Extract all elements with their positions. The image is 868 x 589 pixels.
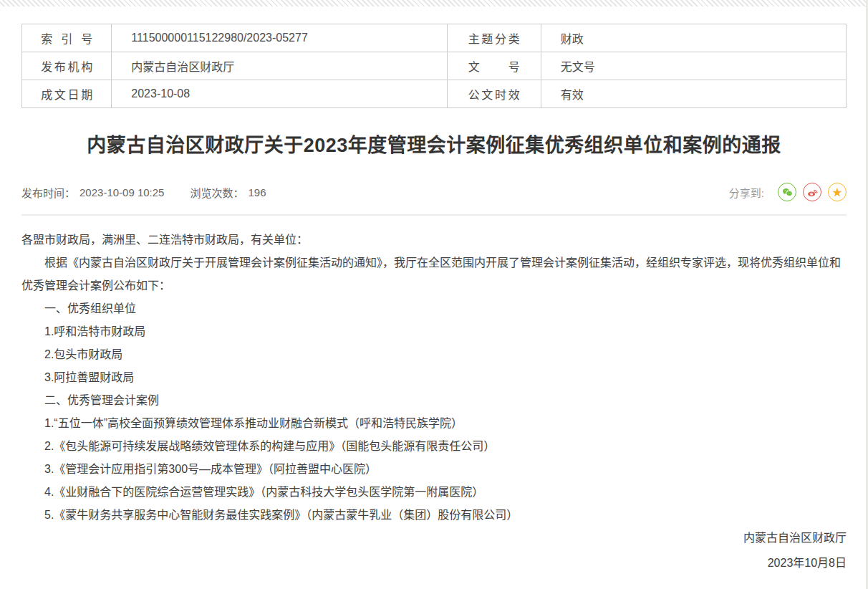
qzone-share-icon[interactable]: ★ [828, 183, 847, 201]
list-item: 1.呼和浩特市财政局 [21, 320, 847, 343]
page-title: 内蒙古自治区财政厅关于2023年度管理会计案例征集优秀组织单位和案例的通报 [21, 131, 847, 160]
table-row: 发布机构 内蒙古自治区财政厅 文号 无文号 [22, 52, 847, 80]
meta-label-text: 发布机构 [41, 57, 92, 75]
publish-time-label: 发布时间： [21, 185, 75, 200]
meta-label-date-written: 成文日期 [22, 80, 112, 108]
publish-info: 发布时间： 2023-10-09 10:25 浏览次数： 196 [21, 185, 266, 200]
meta-label-topic: 主题分类 [447, 24, 541, 52]
section-heading-2: 二、优秀管理会计案例 [21, 389, 847, 412]
share-bar: 分享到: ★ [729, 183, 847, 201]
list-item: 5.《蒙牛财务共享服务中心智能财务最佳实践案例》（内蒙古蒙牛乳业（集团）股份有限… [21, 504, 847, 527]
list-item: 3.《管理会计应用指引第300号—成本管理》（阿拉善盟中心医院） [21, 458, 847, 481]
list-item: 2.包头市财政局 [21, 343, 847, 366]
meta-label-text: 成文日期 [41, 85, 92, 102]
paragraph: 根据《内蒙古自治区财政厅关于开展管理会计案例征集活动的通知》，我厅在全区范围内开… [21, 252, 847, 297]
wechat-share-icon[interactable] [778, 183, 796, 201]
table-row: 索引号 111500000115122980/2023-05277 主题分类 财… [22, 24, 847, 52]
signature-date: 2023年10月8日 [21, 552, 847, 575]
meta-label-text: 公文时效 [468, 85, 520, 102]
publish-time-value: 2023-10-09 10:25 [79, 186, 164, 198]
meta-label-validity: 公文时效 [447, 80, 541, 108]
list-item: 4.《业财融合下的医院综合运营管理实践》（内蒙古科技大学包头医学院第一附属医院） [21, 481, 847, 504]
meta-value-doc-no: 无文号 [541, 52, 846, 80]
views-label: 浏览次数： [190, 185, 243, 200]
meta-label-text: 文号 [468, 57, 520, 75]
meta-value-topic: 财政 [541, 24, 846, 52]
list-item: 2.《包头能源可持续发展战略绩效管理体系的构建与应用》（国能包头能源有限责任公司… [21, 435, 847, 458]
meta-value-issuer: 内蒙古自治区财政厅 [112, 52, 447, 80]
meta-value-index-no: 111500000115122980/2023-05277 [112, 24, 447, 52]
document-page: 索引号 111500000115122980/2023-05277 主题分类 财… [21, 24, 847, 589]
weibo-share-icon[interactable] [803, 183, 821, 201]
meta-value-validity: 有效 [541, 80, 846, 108]
meta-label-issuer: 发布机构 [22, 52, 112, 80]
list-item: 1.“五位一体”高校全面预算绩效管理体系推动业财融合新模式（呼和浩特民族学院） [21, 412, 847, 435]
top-hatch-strip [0, 0, 868, 6]
meta-label-text: 索引号 [41, 29, 92, 47]
article-body: 各盟市财政局，满洲里、二连浩特市财政局，有关单位： 根据《内蒙古自治区财政厅关于… [21, 216, 847, 527]
share-label: 分享到: [729, 185, 764, 200]
table-row: 成文日期 2023-10-08 公文时效 有效 [22, 80, 847, 108]
list-item: 3.阿拉善盟财政局 [21, 366, 847, 389]
salutation: 各盟市财政局，满洲里、二连浩特市财政局，有关单位： [21, 229, 847, 252]
meta-label-text: 主题分类 [468, 29, 520, 47]
doc-meta-table: 索引号 111500000115122980/2023-05277 主题分类 财… [21, 24, 847, 108]
views-value: 196 [248, 186, 266, 198]
meta-label-index-no: 索引号 [22, 24, 112, 52]
signature-org: 内蒙古自治区财政厅 [21, 527, 847, 550]
meta-label-doc-no: 文号 [447, 52, 541, 80]
publish-bar: 发布时间： 2023-10-09 10:25 浏览次数： 196 分享到: [21, 183, 847, 216]
meta-value-date-written: 2023-10-08 [112, 80, 447, 108]
signature-block: 内蒙古自治区财政厅 2023年10月8日 [21, 527, 847, 589]
section-heading-1: 一、优秀组织单位 [21, 297, 847, 320]
